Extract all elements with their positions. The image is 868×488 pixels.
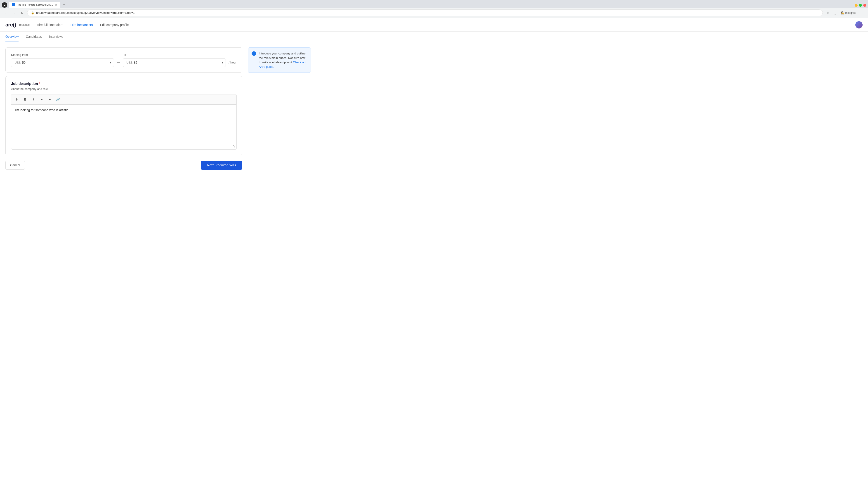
to-currency: US$ (126, 61, 132, 64)
user-avatar[interactable] (855, 21, 863, 29)
next-button[interactable]: Next: Required skills (201, 161, 242, 170)
browser-toolbar: ← → ↻ 🔒 arc.dev/dashboard/requests/kdyp4… (0, 8, 868, 18)
tab-favicon (12, 3, 15, 6)
bookmark-button[interactable]: ☆ (825, 10, 831, 16)
salary-section: Starting from US$ 50 ▼ — To US$ (5, 47, 242, 72)
bookmark-icon: ☆ (827, 11, 829, 15)
forward-icon: → (12, 11, 16, 15)
back-button[interactable]: ← (3, 10, 9, 16)
help-card: i Introduce your company and outline the… (248, 47, 311, 73)
ordered-list-icon: ≡ (49, 98, 51, 101)
editor-italic-button[interactable]: I (30, 96, 37, 103)
job-description-subtitle: About the company and role (11, 87, 237, 91)
editor-bold-button[interactable]: B (22, 96, 29, 103)
main-nav: Hire full-time talent Hire freelancers E… (37, 23, 855, 27)
lock-icon: 🔒 (31, 11, 34, 14)
info-icon: i (252, 51, 256, 56)
job-description-title: Job description * (11, 82, 237, 86)
editor-toolbar: H B I ≡ ≡ 🔗 (11, 94, 237, 104)
salary-to-field: To US$ 85 ▼ (123, 53, 226, 67)
editor-content[interactable]: I'm looking for someone who is artistic.… (11, 104, 237, 150)
salary-to-select[interactable]: US$ 85 (123, 58, 226, 67)
extensions-button[interactable]: ⬚ (832, 10, 838, 16)
back-icon: ← (4, 11, 7, 15)
menu-button[interactable]: ⋮ (859, 10, 865, 16)
salary-from-field: Starting from US$ 50 ▼ (11, 53, 114, 67)
from-currency: US$ (14, 61, 21, 64)
nav-hire-fulltime[interactable]: Hire full-time talent (37, 23, 63, 27)
salary-from-label: Starting from (11, 53, 114, 57)
tab-overview[interactable]: Overview (5, 32, 19, 42)
bold-icon: B (24, 98, 26, 101)
cancel-button[interactable]: Cancel (5, 161, 25, 170)
bullet-list-icon: ≡ (41, 98, 42, 101)
forward-button[interactable]: → (11, 10, 17, 16)
to-value: 85 (134, 61, 137, 64)
editor-bullet-list-button[interactable]: ≡ (38, 96, 45, 103)
job-description-title-text: Job description (11, 82, 38, 86)
salary-from-select[interactable]: US$ 50 (11, 58, 114, 67)
editor-ordered-list-button[interactable]: ≡ (46, 96, 53, 103)
per-hour-label: / hour (228, 56, 237, 64)
incognito-label: Incognito (845, 11, 856, 14)
menu-icon: ⋮ (861, 11, 864, 15)
logo-area: arc() Freelance (5, 22, 30, 28)
help-box: i Introduce your company and outline the… (248, 47, 311, 175)
link-icon: 🔗 (56, 98, 60, 101)
url-text: arc.dev/dashboard/requests/kdyp4k9q28/ov… (36, 11, 819, 14)
tab-interviews[interactable]: Interviews (49, 32, 63, 42)
heading-icon: H (16, 98, 18, 101)
tab-close-icon[interactable]: ✕ (55, 3, 57, 6)
help-text: Introduce your company and outline the r… (259, 51, 307, 69)
salary-to-label: To (123, 53, 226, 57)
browser-tab[interactable]: Hire Top Remote Software Dev... ✕ (9, 2, 60, 8)
salary-from-select-container: US$ 50 ▼ (11, 58, 114, 67)
new-tab-button[interactable]: + (61, 1, 67, 8)
incognito-icon: 🕵 (841, 11, 844, 14)
required-star: * (39, 82, 40, 86)
window-maximize[interactable] (859, 4, 862, 7)
tab-candidates[interactable]: Candidates (26, 32, 42, 42)
refresh-button[interactable]: ↻ (19, 10, 25, 16)
main-content: Starting from US$ 50 ▼ — To US$ (0, 42, 316, 181)
editor-text: I'm looking for someone who is artistic. (15, 108, 69, 112)
page-tabs: Overview Candidates Interviews (0, 32, 868, 42)
logo: arc() (5, 22, 16, 28)
toolbar-actions: ☆ ⬚ 🕵 Incognito ⋮ (825, 10, 865, 16)
window-close[interactable] (863, 4, 866, 7)
italic-icon: I (33, 98, 34, 101)
app-header: arc() Freelance Hire full-time talent Hi… (0, 18, 868, 32)
editor-resize-handle[interactable]: ⤡ (232, 144, 236, 149)
extensions-icon: ⬚ (834, 11, 837, 15)
action-row: Cancel Next: Required skills (5, 155, 242, 175)
window-minimize[interactable] (855, 4, 858, 7)
nav-hire-freelancers[interactable]: Hire freelancers (70, 23, 93, 27)
incognito-indicator: 🕵 Incognito (839, 10, 858, 15)
from-value: 50 (22, 61, 26, 64)
salary-row: Starting from US$ 50 ▼ — To US$ (11, 53, 237, 67)
nav-edit-company[interactable]: Edit company profile (100, 23, 129, 27)
salary-to-select-container: US$ 85 ▼ (123, 58, 226, 67)
refresh-icon: ↻ (21, 11, 24, 15)
job-description-section: Job description * About the company and … (5, 76, 242, 155)
logo-badge: Freelance (18, 23, 30, 26)
address-bar[interactable]: 🔒 arc.dev/dashboard/requests/kdyp4k9q28/… (27, 9, 823, 16)
editor-link-button[interactable]: 🔗 (55, 96, 61, 103)
form-section: Starting from US$ 50 ▼ — To US$ (5, 47, 242, 175)
salary-separator: — (117, 56, 120, 64)
editor-heading-button[interactable]: H (14, 96, 20, 103)
tab-title: Hire Top Remote Software Dev... (17, 3, 53, 6)
